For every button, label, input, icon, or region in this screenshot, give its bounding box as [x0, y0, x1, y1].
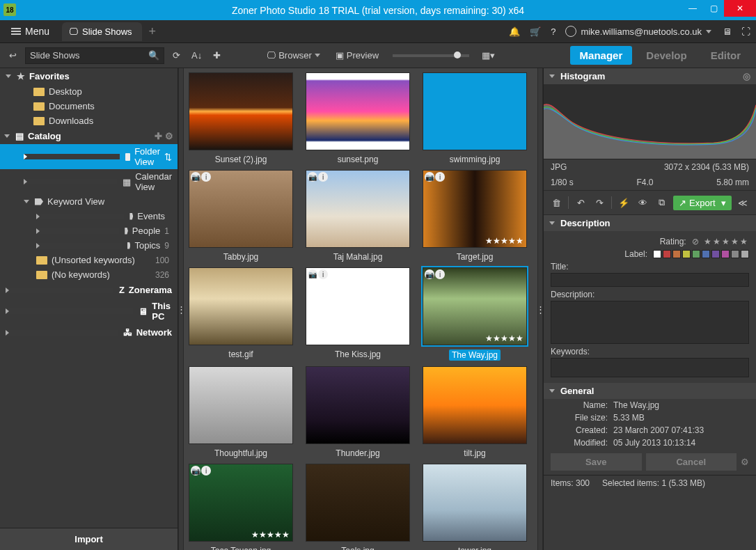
- preview-mode-button[interactable]: ▣ Preview: [331, 48, 383, 63]
- thumbnail-caption: Toco Toucan.jpg: [211, 546, 271, 550]
- user-menu[interactable]: mike.williams@nuetools.co.uk: [565, 26, 713, 37]
- rating-stars[interactable]: ⊘ ★★★★★: [692, 237, 749, 246]
- thumbnail[interactable]: 📷i★★★★★Toco Toucan.jpg: [185, 462, 297, 550]
- copy-icon[interactable]: ⧉: [654, 195, 669, 210]
- thumbnail[interactable]: Thoughtful.jpg: [185, 365, 297, 459]
- window-titlebar: 18 Zoner Photo Studio 18 TRIAL (trial ve…: [0, 0, 756, 20]
- new-folder-icon[interactable]: ✚: [210, 49, 223, 62]
- label-color[interactable]: [682, 250, 691, 258]
- menu-button[interactable]: Menu: [6, 23, 55, 40]
- right-drag-handle[interactable]: ⋮: [537, 68, 543, 550]
- tab-slideshows[interactable]: 🖵 Slide Shows: [62, 22, 142, 41]
- bell-icon[interactable]: 🔔: [509, 26, 520, 37]
- thumbnail[interactable]: 📷iTaj Mahal.jpg: [302, 168, 414, 263]
- maximize-button[interactable]: ▢: [703, 0, 724, 17]
- search-icon[interactable]: 🔍: [148, 50, 159, 61]
- description-input[interactable]: [551, 301, 749, 344]
- zoom-slider[interactable]: [393, 54, 469, 57]
- keyword-item[interactable]: Events: [0, 209, 178, 223]
- delete-icon[interactable]: 🗑: [549, 195, 564, 210]
- save-button[interactable]: Save: [551, 453, 642, 471]
- share-icon[interactable]: ≪: [736, 195, 750, 210]
- sidebar-item-desktop[interactable]: Desktop: [0, 84, 178, 99]
- favorites-header[interactable]: ★Favorites: [0, 68, 178, 84]
- minimize-button[interactable]: —: [682, 0, 703, 17]
- keyword-item[interactable]: Topics9: [0, 238, 178, 253]
- import-button[interactable]: Import: [0, 528, 178, 550]
- close-button[interactable]: ✕: [724, 0, 756, 17]
- label-colors[interactable]: [653, 250, 749, 258]
- sidebar-item-documents[interactable]: Documents: [0, 99, 178, 113]
- gear-icon[interactable]: ⚙: [741, 457, 749, 467]
- general-header[interactable]: General: [544, 383, 756, 399]
- eye-icon[interactable]: 👁: [635, 195, 649, 210]
- thumbnail[interactable]: 📷iTabby.jpg: [185, 168, 297, 263]
- sidebar-item-downloads[interactable]: Downloads: [0, 113, 178, 128]
- label-color[interactable]: [741, 250, 749, 258]
- add-tab-button[interactable]: +: [149, 24, 157, 39]
- path-box[interactable]: 🔍: [25, 47, 164, 64]
- catalog-header[interactable]: ▤Catalog✚ ⚙: [0, 128, 178, 144]
- grid-view-icon[interactable]: ▦▾: [479, 49, 498, 62]
- sidebar-drag-handle[interactable]: ⋮: [178, 68, 184, 550]
- help-icon[interactable]: ?: [551, 26, 556, 37]
- label-color[interactable]: [711, 250, 720, 258]
- thumbnail[interactable]: test.gif: [185, 266, 297, 362]
- cart-icon[interactable]: 🛒: [530, 26, 541, 37]
- nav-back-button[interactable]: ↩: [6, 50, 19, 61]
- calendar-icon: ▦: [123, 177, 131, 187]
- refresh-icon[interactable]: ⟳: [170, 49, 183, 62]
- thumbnail[interactable]: 📷i★★★★★The Way.jpg: [419, 266, 530, 362]
- folder-view[interactable]: Folder View⇅: [0, 144, 178, 169]
- tag-icon: [129, 213, 133, 220]
- window-title: Zoner Photo Studio 18 TRIAL (trial versi…: [232, 5, 524, 16]
- label-color[interactable]: [663, 250, 671, 258]
- thumbnail[interactable]: Thunder.jpg: [302, 365, 414, 459]
- second-monitor-icon[interactable]: 🖥: [723, 26, 732, 37]
- label-color[interactable]: [731, 250, 739, 258]
- keyword-item[interactable]: (Unsorted keywords)100: [0, 253, 178, 267]
- keyword-item[interactable]: People1: [0, 223, 178, 238]
- keywords-input[interactable]: [551, 358, 749, 377]
- keyword-item[interactable]: (No keywords)326: [0, 267, 178, 282]
- histogram-target-icon[interactable]: ◎: [743, 71, 750, 81]
- calendar-view[interactable]: ▦Calendar View: [0, 169, 178, 194]
- general-row: Modified:05 July 2013 10:13:14: [544, 437, 756, 449]
- label-color[interactable]: [672, 250, 681, 258]
- thumbnail-caption: swimming.jpg: [450, 155, 501, 164]
- add-folder-icon[interactable]: ✚: [155, 131, 162, 141]
- thumbnail[interactable]: 📷i★★★★★Target.jpg: [419, 168, 530, 263]
- thumbnail[interactable]: 📷iThe Kiss.jpg: [302, 266, 414, 362]
- thumbnail[interactable]: swimming.jpg: [419, 71, 530, 166]
- rotate-right-icon[interactable]: ↷: [592, 195, 607, 210]
- develop-mode[interactable]: Develop: [636, 46, 696, 65]
- thumbnail[interactable]: tower.jpg: [419, 462, 530, 550]
- rotate-left-icon[interactable]: ↶: [573, 195, 588, 210]
- network-header[interactable]: 🖧Network: [0, 324, 178, 340]
- label-color[interactable]: [721, 250, 730, 258]
- general-row: Created:23 March 2007 07:41:33: [544, 424, 756, 437]
- sort-icon[interactable]: A↓: [189, 49, 205, 62]
- thumbnail[interactable]: sunset.png: [302, 71, 414, 166]
- description-header[interactable]: Description: [544, 215, 756, 231]
- thumbnail[interactable]: Sunset (2).jpg: [185, 71, 297, 166]
- manager-mode[interactable]: Manager: [570, 46, 633, 65]
- title-input[interactable]: [551, 273, 749, 287]
- fullscreen-icon[interactable]: ⛶: [741, 26, 750, 37]
- path-input[interactable]: [30, 50, 148, 61]
- label-color[interactable]: [702, 250, 710, 258]
- zonerama-header[interactable]: ZZonerama: [0, 282, 178, 298]
- browser-mode-button[interactable]: 🖵 Browser: [262, 48, 326, 63]
- export-button[interactable]: ↗Export▾: [673, 196, 732, 210]
- quick-fix-icon[interactable]: ⚡: [616, 195, 631, 210]
- editor-mode[interactable]: Editor: [701, 46, 750, 65]
- thumbnail[interactable]: Tools.jpg: [302, 462, 414, 550]
- thispc-header[interactable]: 🖥This PC: [0, 298, 178, 324]
- histogram-header[interactable]: Histogram◎: [544, 68, 756, 84]
- cancel-button[interactable]: Cancel: [646, 453, 737, 471]
- label-color[interactable]: [692, 250, 700, 258]
- thumbnail[interactable]: tilt.jpg: [419, 365, 530, 459]
- label-color[interactable]: [653, 250, 661, 258]
- keyword-view[interactable]: Keyword View: [0, 194, 178, 209]
- gear-icon[interactable]: ⚙: [165, 131, 173, 141]
